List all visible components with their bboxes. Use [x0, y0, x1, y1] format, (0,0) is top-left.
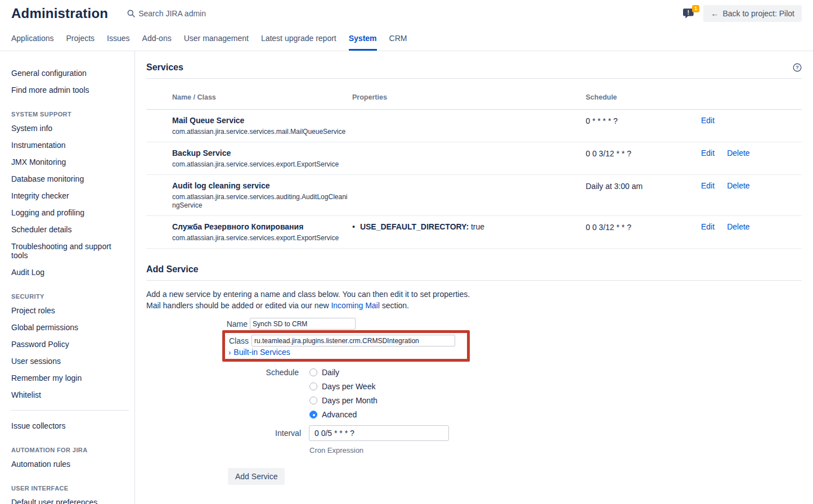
sidebar-item-automation-rules[interactable]: Automation rules [11, 456, 129, 472]
service-schedule: 0 * * * * ? [586, 116, 701, 136]
column-header-schedule: Schedule [586, 93, 701, 101]
radio-daily-label: Daily [322, 368, 339, 377]
edit-link[interactable]: Edit [701, 181, 715, 210]
sidebar-item-integrity-checker[interactable]: Integrity checker [11, 187, 129, 204]
service-name-input[interactable] [250, 318, 356, 330]
edit-link[interactable]: Edit [701, 148, 715, 169]
back-to-project-button[interactable]: ← Back to project: Pilot [703, 5, 802, 22]
arrow-left-icon: ← [711, 10, 718, 17]
edit-link[interactable]: Edit [701, 116, 715, 136]
sidebar-item-find-more-admin-tools[interactable]: Find more admin tools [11, 82, 129, 98]
service-class: com.atlassian.jira.service.services.mail… [172, 128, 351, 136]
sidebar-item-audit-log[interactable]: Audit Log [11, 264, 129, 281]
bullet-icon: • [352, 222, 355, 231]
column-header-actions [701, 93, 802, 101]
sidebar-item-database-monitoring[interactable]: Database monitoring [11, 170, 129, 187]
sidebar-item-troubleshooting-and-support-tools[interactable]: Troubleshooting and support tools [11, 238, 129, 264]
schedule-option-advanced: Advanced [146, 408, 802, 421]
tab-system[interactable]: System [349, 34, 377, 51]
service-name: Audit log cleaning service [172, 181, 352, 191]
built-in-services-link[interactable]: Built-in Services [233, 348, 290, 357]
radio-days-per-month[interactable] [309, 397, 317, 404]
admin-search[interactable] [127, 9, 262, 18]
sidebar-item-general-configuration[interactable]: General configuration [11, 65, 129, 82]
sidebar-item-whitelist[interactable]: Whitelist [11, 386, 129, 403]
tab-issues[interactable]: Issues [107, 34, 129, 51]
schedule-option-daily: Schedule Daily [146, 366, 802, 379]
class-field-row: Class [228, 335, 462, 346]
services-header: Services ? [146, 62, 802, 79]
tab-user-management[interactable]: User management [184, 34, 249, 51]
incoming-mail-link[interactable]: Incoming Mail [331, 301, 379, 310]
radio-days-per-week-label: Days per Week [322, 382, 375, 391]
tab-projects[interactable]: Projects [66, 34, 95, 51]
radio-days-per-month-label: Days per Month [322, 396, 378, 405]
service-class: com.atlassian.jira.service.services.audi… [172, 193, 351, 210]
service-class: com.atlassian.jira.service.services.expo… [172, 234, 351, 242]
sidebar-item-jmx-monitoring[interactable]: JMX Monitoring [11, 154, 129, 170]
class-label: Class [228, 336, 249, 345]
radio-daily[interactable] [309, 368, 317, 376]
help-icon[interactable]: ? [793, 63, 802, 72]
sidebar-divider [11, 410, 129, 411]
radio-advanced[interactable] [309, 411, 317, 418]
add-service-header: Add Service [146, 264, 802, 281]
search-input[interactable] [138, 9, 262, 18]
sidebar-item-instrumentation[interactable]: Instrumentation [11, 137, 129, 154]
tab-add-ons[interactable]: Add-ons [142, 34, 172, 51]
notification-badge: 1 [692, 5, 699, 12]
delete-link[interactable]: Delete [727, 148, 749, 169]
delete-link[interactable]: Delete [727, 181, 749, 210]
svg-text:?: ? [796, 64, 799, 70]
sidebar-item-password-policy[interactable]: Password Policy [11, 336, 129, 353]
class-field-highlight-box: Class › Built-in Services [222, 330, 470, 362]
sidebar-item-default-user-preferences[interactable]: Default user preferences [11, 494, 129, 504]
interval-input[interactable] [309, 425, 449, 441]
name-label: Name [146, 320, 248, 328]
table-row: Backup Service com.atlassian.jira.servic… [146, 142, 802, 175]
sidebar-item-issue-collectors[interactable]: Issue collectors [11, 417, 129, 434]
tab-latest-upgrade-report[interactable]: Latest upgrade report [261, 34, 336, 51]
sidebar-item-logging-and-profiling[interactable]: Logging and profiling [11, 204, 129, 221]
radio-advanced-label: Advanced [322, 410, 357, 419]
edit-link[interactable]: Edit [701, 222, 715, 242]
sidebar-item-remember-my-login[interactable]: Remember my login [11, 370, 129, 386]
built-in-services: › Built-in Services [228, 348, 462, 357]
sidebar-item-project-roles[interactable]: Project roles [11, 302, 129, 319]
service-name: Mail Queue Service [172, 116, 352, 125]
notifications-button[interactable]: ! 1 [683, 8, 695, 19]
radio-days-per-week[interactable] [309, 382, 317, 390]
sidebar-item-system-info[interactable]: System info [11, 120, 129, 137]
delete-link[interactable]: Delete [727, 222, 749, 242]
sidebar-item-scheduler-details[interactable]: Scheduler details [11, 221, 129, 238]
tab-crm[interactable]: CRM [389, 34, 407, 51]
name-field-row: Name [146, 318, 802, 330]
add-service-button[interactable]: Add Service [228, 468, 285, 485]
page-title: Administration [11, 6, 108, 21]
schedule-option-days-per-week: Days per Week [146, 380, 802, 393]
property-value: true [471, 222, 484, 231]
service-schedule: Daily at 3:00 am [586, 181, 701, 210]
table-header-row: Name / Class Properties Schedule [146, 79, 802, 110]
svg-text:!: ! [688, 9, 690, 16]
back-button-label: Back to project: Pilot [722, 9, 794, 18]
sidebar-heading-system-support: SYSTEM SUPPORT [11, 111, 129, 118]
sidebar-item-global-permissions[interactable]: Global permissions [11, 319, 129, 336]
service-name: Служба Резервного Копирования [172, 222, 352, 232]
service-class-input[interactable] [251, 335, 455, 346]
cron-expression-hint: Cron Expression [309, 446, 802, 454]
interval-label: Interval [146, 429, 301, 438]
column-header-properties: Properties [352, 93, 586, 101]
service-name: Backup Service [172, 148, 352, 158]
service-schedule: 0 0 3/12 * * ? [586, 222, 701, 242]
add-service-form: Name Class › Built-in Services [146, 318, 802, 485]
tab-applications[interactable]: Applications [11, 34, 54, 51]
sidebar-item-user-sessions[interactable]: User sessions [11, 353, 129, 370]
header-right: ! 1 ← Back to project: Pilot [683, 5, 802, 22]
service-schedule: 0 0 3/12 * * ? [586, 148, 701, 169]
services-title: Services [146, 62, 183, 73]
table-row: Mail Queue Service com.atlassian.jira.se… [146, 110, 802, 142]
service-class: com.atlassian.jira.service.services.expo… [172, 160, 351, 169]
sidebar: General configuration Find more admin to… [0, 51, 135, 504]
service-properties: •USE_DEFAULT_DIRECTORY: true [352, 222, 586, 242]
